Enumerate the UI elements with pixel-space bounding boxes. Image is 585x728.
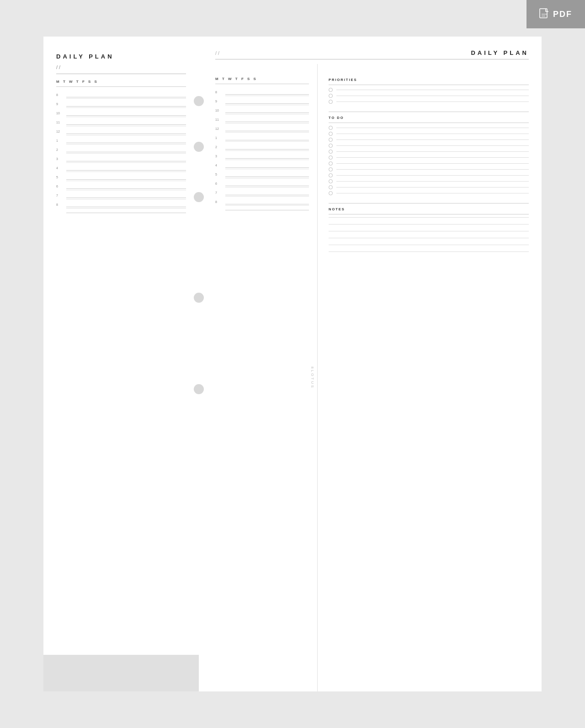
checkbox-circle[interactable] <box>329 185 333 189</box>
priorities-list <box>329 88 529 104</box>
sub-line <box>66 135 186 135</box>
list-item: 3 <box>215 155 309 160</box>
list-item: 8 <box>215 91 309 96</box>
list-item <box>329 155 529 160</box>
list-item <box>329 126 529 130</box>
hour-label: 6 <box>56 185 64 189</box>
hour-label: 12 <box>56 130 64 134</box>
hour-label: 5 <box>56 176 64 180</box>
sub-line <box>66 190 186 190</box>
checkbox-circle[interactable] <box>329 191 333 195</box>
hour-line <box>225 131 309 131</box>
right-days: M T W T F S S <box>215 77 309 81</box>
hour-label: 3 <box>215 155 223 159</box>
hour-line <box>66 124 186 125</box>
sub-line <box>66 117 186 117</box>
hour-label: 7 <box>215 191 223 195</box>
list-item <box>329 88 529 92</box>
hour-label: 11 <box>215 118 223 122</box>
list-item: 6 <box>56 185 186 190</box>
checkbox-circle[interactable] <box>329 167 333 171</box>
circle-decorator <box>194 192 204 202</box>
sub-line <box>66 153 186 154</box>
checkbox-circle[interactable] <box>329 138 333 142</box>
list-item <box>329 179 529 183</box>
checkbox-circle[interactable] <box>329 150 333 154</box>
list-item <box>329 138 529 142</box>
checkbox-circle[interactable] <box>329 126 333 130</box>
left-bottom-gray <box>43 655 199 691</box>
hour-line <box>225 204 309 204</box>
checkbox-circle[interactable] <box>329 144 333 148</box>
right-top-divider <box>215 59 529 59</box>
checkbox-circle[interactable] <box>329 132 333 136</box>
right-col: PRIORITIES <box>318 64 542 691</box>
sub-line <box>66 171 186 172</box>
list-item <box>329 185 529 189</box>
checkbox-circle[interactable] <box>329 161 333 166</box>
list-item: 8 <box>215 200 309 206</box>
checkbox-circle[interactable] <box>329 88 333 92</box>
checkbox-line <box>336 151 529 152</box>
list-item: 10 <box>56 112 186 117</box>
hour-label: 12 <box>215 127 223 131</box>
hour-label: 1 <box>215 136 223 140</box>
middle-col: M T W T F S S 8LOTUS 8 9 <box>199 64 318 691</box>
hour-label: 5 <box>215 173 223 177</box>
hour-label: 4 <box>56 166 64 171</box>
pdf-badge[interactable]: PDF <box>526 0 585 28</box>
list-item: 8 <box>56 203 186 209</box>
checkbox-circle[interactable] <box>329 179 333 183</box>
hour-line <box>225 195 309 195</box>
sub-line <box>66 162 186 163</box>
left-days: M T W T F S S <box>56 80 186 84</box>
checkbox-circle[interactable] <box>329 100 333 104</box>
hour-label: 9 <box>215 100 223 104</box>
sub-line <box>66 181 186 181</box>
checkbox-circle[interactable] <box>329 94 333 98</box>
checkbox-circle[interactable] <box>329 173 333 177</box>
hour-label: 11 <box>56 121 64 125</box>
right-days-underline <box>215 84 309 84</box>
checkbox-line <box>336 139 529 140</box>
hour-line <box>66 97 186 97</box>
list-item: 5 <box>56 176 186 181</box>
sub-line <box>225 178 309 178</box>
hour-line <box>225 112 309 113</box>
left-header: DAILY PLAN / / M T W T F S S <box>56 53 186 87</box>
checkbox-line <box>336 181 529 182</box>
sub-line <box>225 160 309 160</box>
sub-line <box>66 199 186 199</box>
right-page: / / DAILY PLAN M T W T F S S 8LOTUS 8 <box>199 37 542 691</box>
list-item: 8 <box>56 93 186 99</box>
right-schedule: 8 9 10 11 12 <box>215 91 309 206</box>
notes-line <box>329 245 529 245</box>
hour-label: 7 <box>56 194 64 198</box>
sub-line <box>66 107 186 108</box>
checkbox-line <box>336 102 529 102</box>
checkbox-line <box>336 163 529 164</box>
checkbox-circle[interactable] <box>329 155 333 160</box>
hour-line <box>225 94 309 95</box>
hour-line <box>225 167 309 168</box>
circle-decorator <box>194 293 204 303</box>
list-item: 2 <box>215 145 309 151</box>
hour-line <box>66 152 186 152</box>
right-page-inner: M T W T F S S 8LOTUS 8 9 <box>199 64 542 691</box>
section-divider-3 <box>329 203 529 203</box>
notes-divider <box>329 214 529 214</box>
hour-label: 8 <box>56 93 64 97</box>
list-item <box>329 150 529 154</box>
hour-line <box>66 143 186 143</box>
sub-line <box>225 169 309 169</box>
list-item: 12 <box>215 127 309 133</box>
sub-line <box>66 208 186 209</box>
priorities-header: PRIORITIES <box>329 78 529 82</box>
hour-label: 2 <box>56 148 64 152</box>
sub-line <box>225 205 309 206</box>
left-date-line: / / <box>56 64 186 70</box>
sub-line <box>225 150 309 151</box>
left-page-title: DAILY PLAN <box>56 53 186 60</box>
hour-label: 8 <box>56 203 64 207</box>
todo-list <box>329 126 529 195</box>
